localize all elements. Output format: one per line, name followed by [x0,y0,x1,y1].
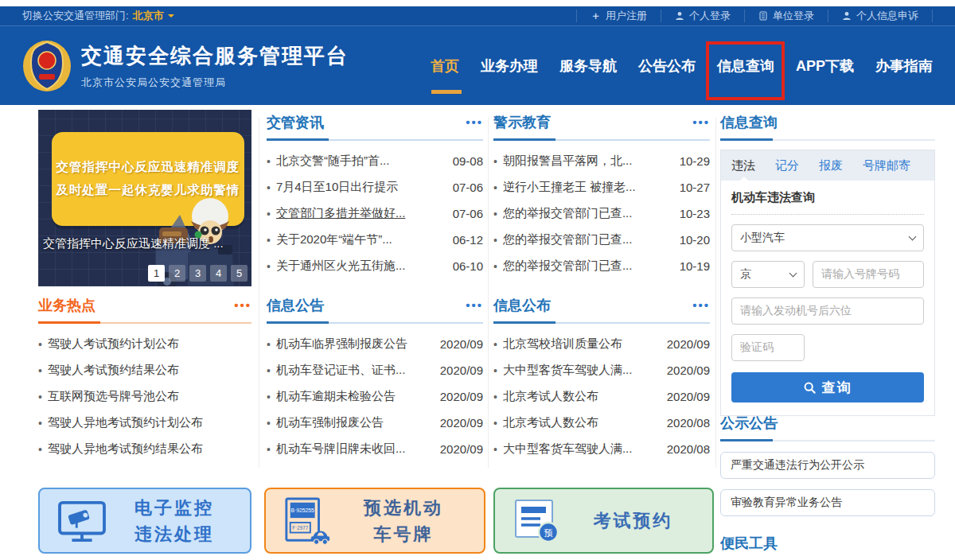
personal-login-label: 个人登录 [689,9,731,23]
news-item[interactable]: 互联网预选号牌号池公布 [38,383,251,410]
more-icon[interactable]: ••• [466,119,483,126]
news-item[interactable]: 驾驶人异地考试预约结果公布 [38,436,251,462]
captcha-input[interactable]: 验证码 [731,334,805,361]
section-info-announcements: 信息公告 ••• 机动车临界强制报废公告2020/09机动车登记证书、证书...… [267,296,483,462]
more-icon[interactable]: ••• [234,301,251,309]
register-link[interactable]: ＋ 用户注册 [576,10,661,22]
more-icon[interactable]: ••• [466,301,483,309]
engine-number-input[interactable]: 请输入发动机号后六位 [731,298,924,325]
news-item[interactable]: 驾驶人考试预约结果公布 [38,357,251,383]
news-item[interactable]: 北京考试人数公布2020/08 [493,410,710,436]
news-item[interactable]: 大中型客货车驾驶人满...2020/08 [493,436,710,462]
unit-login-link[interactable]: 单位登录 [745,10,828,22]
news-item[interactable]: 机动车号牌旧牌未收回...2020/09 [267,436,483,462]
section-title: 交管资讯 [267,113,324,132]
notice-item[interactable]: 严重交通违法行为公开公示 [720,452,935,479]
news-item[interactable]: 7月4日至10日出行提示07-06 [267,174,483,200]
news-title: 您的举报交管部门已查... [503,206,675,221]
engine-number-placeholder: 请输入发动机号后六位 [740,304,852,318]
nav-info-query[interactable]: 信息查询 [717,56,774,76]
personal-info-appeal-link[interactable]: 个人信息申诉 [828,10,933,22]
section-title: 警示教育 [493,113,551,132]
card-exam-appointment[interactable]: 预 考试预约 [493,488,714,554]
news-title: 您的举报交管部门已查... [503,232,675,247]
news-item[interactable]: 北京驾校培训质量公布2020/09 [493,331,710,357]
carousel[interactable]: 交管指挥中心反应迅速精准调度 及时处置一起休克婴儿求助警情 交管指挥中心反应迅速… [38,110,251,286]
nav-announcements[interactable]: 公告公布 [638,56,696,76]
query-submit-button[interactable]: 查询 [731,372,924,402]
card-plate-preselection[interactable]: B·925255 F·2977 预选机动 车号牌 [264,488,485,554]
region-switch-label: 切换公安交通管理部门: [22,9,129,23]
news-date: 10-29 [680,154,710,168]
vehicle-type-select[interactable]: 小型汽车 [731,224,924,251]
news-date: 07-06 [453,181,483,194]
section-info-publication: 信息公布 ••• 北京驾校培训质量公布2020/09大中型客货车驾驶人满...2… [493,296,710,462]
nav-business[interactable]: 业务办理 [481,56,538,76]
vehicle-type-value: 小型汽车 [740,231,785,245]
carousel-page-4[interactable]: 4 [210,265,227,282]
monitor-camera-icon [57,499,107,543]
news-date: 2020/09 [667,364,710,377]
nav-service-guide[interactable]: 服务导航 [559,56,617,76]
news-item[interactable]: 关于2020年“端午节”...06-12 [267,227,483,253]
news-item[interactable]: 大中型客货车驾驶人满...2020/09 [493,357,710,383]
news-item[interactable]: 交管部门多措并举做好...07-06 [267,200,483,227]
user-icon [842,11,852,21]
news-item[interactable]: 机动车临界强制报废公告2020/09 [267,331,483,357]
personal-login-link[interactable]: 个人登录 [661,10,745,22]
nav-app-download[interactable]: APP下载 [796,56,854,76]
news-item[interactable]: 您的举报交管部门已查...10-23 [493,200,710,227]
card-label-line1: 预选机动 [364,498,443,518]
card-label-line2: 车号牌 [374,524,434,544]
divider [267,322,483,324]
carousel-page-3[interactable]: 3 [189,265,206,282]
nav-home[interactable]: 首页 [431,56,459,76]
tab-points[interactable]: 记分 [775,158,799,173]
news-item[interactable]: 驾驶人考试预约计划公布 [38,331,251,357]
tab-plate-mailing[interactable]: 号牌邮寄 [863,158,910,173]
captcha-placeholder: 验证码 [740,340,774,355]
nav-handling-guide[interactable]: 办事指南 [875,56,933,76]
province-select[interactable]: 京 [731,261,805,288]
news-item[interactable]: 您的举报交管部门已查...10-19 [493,253,710,279]
news-title: 大中型客货车驾驶人满... [503,441,662,457]
news-date: 2020/08 [667,416,710,430]
more-icon[interactable]: ••• [692,119,710,126]
news-item[interactable]: 您的举报交管部门已查...10-20 [493,227,710,253]
news-title: 机动车临界强制报废公告 [276,336,435,352]
section-title: 信息公告 [267,296,324,315]
plate-number-input[interactable]: 请输入号牌号码 [813,261,924,288]
news-title: 北京交警“随手拍”首... [276,154,448,169]
news-title: 驾驶人考试预约计划公布 [48,336,251,352]
news-item[interactable]: 逆行小王撞老王 被撞老...10-27 [493,174,710,200]
notice-item[interactable]: 审验教育异常业务公告 [720,489,935,516]
carousel-page-1[interactable]: 1 [148,265,165,282]
card-electronic-monitoring[interactable]: 电子监控 违法处理 [38,488,251,554]
news-item[interactable]: 北京考试人数公布2020/09 [493,383,710,410]
sidebar-title: 公示公告 [720,414,935,433]
news-title: 北京驾校培训质量公布 [503,336,662,352]
carousel-page-5[interactable]: 5 [231,265,248,282]
news-list: 北京交警“随手拍”首...09-087月4日至10日出行提示07-06交管部门多… [267,148,483,279]
tab-scrappage[interactable]: 报废 [819,158,843,173]
news-item[interactable]: 机动车强制报废公告2020/09 [267,410,483,436]
exam-document-icon: 预 [513,498,562,544]
tab-violation[interactable]: 违法 [731,158,755,173]
region-switcher[interactable]: 切换公安交通管理部门: 北京市 [22,9,174,23]
user-icon [675,11,684,21]
province-value: 京 [740,267,751,282]
news-item[interactable]: 朝阳报警昌平落网，北...10-29 [493,148,710,174]
news-item[interactable]: 机动车逾期未检验公告2020/09 [267,383,483,410]
news-item[interactable]: 机动车登记证书、证书...2020/09 [267,357,483,383]
news-date: 07-06 [453,207,483,220]
news-date: 06-12 [453,233,483,247]
query-tabs: 违法 记分 报废 号牌邮寄 [721,150,934,181]
news-date: 2020/09 [667,337,710,351]
card-label: 考试预约 [562,508,704,534]
news-item[interactable]: 驾驶人异地考试预约计划公布 [38,410,251,436]
news-item[interactable]: 关于通州区火光五街施...06-10 [267,253,483,279]
news-list: 朝阳报警昌平落网，北...10-29逆行小王撞老王 被撞老...10-27您的举… [493,148,710,279]
carousel-page-2[interactable]: 2 [169,265,185,282]
news-item[interactable]: 北京交警“随手拍”首...09-08 [267,148,483,174]
more-icon[interactable]: ••• [692,301,710,309]
